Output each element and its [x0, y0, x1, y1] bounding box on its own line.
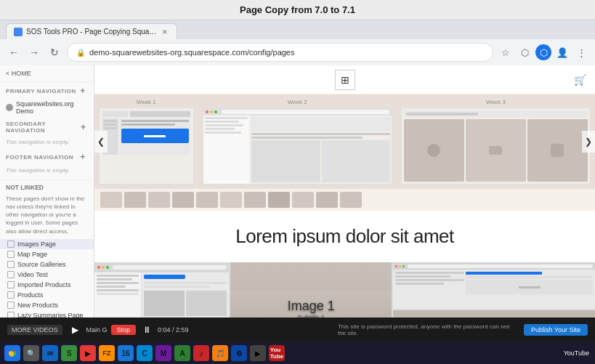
- stop-button[interactable]: Stop: [111, 325, 137, 335]
- taskbar-app-darkblue[interactable]: ⚙: [231, 345, 247, 361]
- taskbar-app-green[interactable]: A: [174, 345, 190, 361]
- sidebar-home-link[interactable]: < HOME: [0, 65, 94, 82]
- sidebar-page-item-lazy[interactable]: Lazy Summaries Page: [0, 310, 94, 318]
- page-label: New Products: [17, 302, 58, 309]
- sidebar-page-item-products[interactable]: Products: [0, 290, 94, 300]
- page-icon: [7, 291, 15, 299]
- screenshot-panel-main: [203, 108, 392, 185]
- taskbar-youtube-label: YouTube: [564, 349, 589, 357]
- week-label: Week 1: [99, 99, 194, 105]
- taskbar-youtube2-icon[interactable]: YouTube: [269, 345, 285, 361]
- tab-close-button[interactable]: ✕: [161, 28, 169, 36]
- taskbar-app-gray[interactable]: ▶: [250, 345, 266, 361]
- taskbar-app-purple[interactable]: M: [155, 345, 171, 361]
- pause-button[interactable]: ⏸: [139, 323, 154, 337]
- hero-middle-panel: Week 2: [198, 94, 397, 189]
- sidebar-page-item-images[interactable]: Images Page: [0, 239, 94, 249]
- taskbar-skype-icon[interactable]: S: [61, 345, 77, 361]
- publish-note: This site is password protected, anyone …: [338, 323, 519, 336]
- thumbnail-item[interactable]: [244, 192, 266, 208]
- thumbnail-item[interactable]: [292, 192, 314, 208]
- sidebar-page-item-new-products[interactable]: New Products: [0, 300, 94, 310]
- page-label: Imported Products: [17, 281, 71, 288]
- thumbnail-item[interactable]: [172, 192, 194, 208]
- domain-item[interactable]: Squarewebsites.org Demo: [0, 98, 94, 117]
- slideshow-next-button[interactable]: ❯: [582, 131, 595, 153]
- not-linked-section: NOT LINKED These pages don't show in the…: [0, 179, 94, 239]
- primary-nav-section: PRIMARY NAVIGATION +: [0, 82, 94, 98]
- taskbar-youtube-icon[interactable]: ▶: [80, 345, 96, 361]
- add-secondary-nav-button[interactable]: +: [78, 122, 88, 132]
- taskbar-chrome-icon[interactable]: [4, 345, 20, 361]
- taskbar-mail-icon[interactable]: ✉: [42, 345, 58, 361]
- page-icon: [7, 271, 15, 278]
- footer-nav-label: FOOTER NAVIGATION: [6, 154, 73, 161]
- hero-left-panel: Week 1: [94, 94, 198, 189]
- footer-nav-empty: This navigation is empty.: [0, 164, 94, 177]
- image-1-title: Image 1: [288, 299, 335, 314]
- sidebar-page-item-source[interactable]: Source Galleries: [0, 259, 94, 270]
- sidebar: < HOME PRIMARY NAVIGATION + Squarewebsit…: [0, 65, 94, 318]
- thumbnail-strip: [94, 189, 595, 211]
- playback-controls: ▶ Main G Stop ⏸ 0:04 / 2:59: [68, 323, 189, 337]
- more-videos-button[interactable]: MORE VIDEOS: [7, 325, 62, 335]
- play-button[interactable]: ▶: [68, 323, 83, 337]
- primary-nav-label: PRIMARY NAVIGATION: [6, 88, 76, 94]
- user-avatar-icon[interactable]: 👤: [554, 44, 570, 60]
- lorem-heading: Lorem ipsum dolor sit amet: [109, 225, 580, 248]
- thumbnail-item[interactable]: [340, 192, 362, 208]
- secondary-nav-label: SECONDARY NAVIGATION: [6, 121, 78, 134]
- page-icon: [7, 302, 15, 309]
- slideshow-prev-button[interactable]: ❮: [94, 131, 108, 153]
- address-text: demo-squarewebsites-org.squarespace.com/…: [89, 48, 295, 57]
- secondary-nav-empty: This navigation is empty.: [0, 136, 94, 148]
- extension-active-icon[interactable]: ⬡: [535, 44, 551, 60]
- screenshot-panel-products: [401, 108, 591, 185]
- time-display: 0:04 / 2:59: [158, 326, 189, 333]
- taskbar-finder-icon[interactable]: 🔍: [23, 345, 39, 361]
- thumbnail-item[interactable]: [148, 192, 170, 208]
- taskbar-chrome2-icon[interactable]: C: [137, 345, 153, 361]
- lorem-section: Lorem ipsum dolor sit amet: [94, 211, 595, 262]
- not-linked-description: These pages don't show in the nav unless…: [6, 195, 88, 235]
- page-icon: [7, 261, 15, 268]
- publish-button[interactable]: Publish Your Site: [524, 324, 588, 336]
- sos-logo-bar: MORE VIDEOS: [7, 325, 62, 335]
- address-bar-row: ← → ↻ 🔒 demo-squarewebsites-org.squaresp…: [0, 39, 595, 65]
- editor-toolbar: ⊞ 🛒: [94, 65, 595, 94]
- page-label: Images Page: [17, 240, 56, 248]
- bottom-bar: MORE VIDEOS ▶ Main G Stop ⏸ 0:04 / 2:59 …: [0, 318, 595, 342]
- address-field[interactable]: 🔒 demo-squarewebsites-org.squarespace.co…: [67, 43, 493, 62]
- add-footer-nav-button[interactable]: +: [78, 152, 88, 162]
- tab-favicon: [14, 28, 23, 36]
- back-button[interactable]: ←: [6, 44, 22, 60]
- screenshot-right: [393, 262, 595, 310]
- page-label: Video Test: [17, 271, 48, 278]
- thumbnail-item[interactable]: [268, 192, 290, 208]
- thumbnail-item[interactable]: [100, 192, 122, 208]
- lock-icon: 🔒: [76, 49, 85, 57]
- main-content: < HOME PRIMARY NAVIGATION + Squarewebsit…: [0, 65, 595, 318]
- site-logo: ⊞: [335, 70, 355, 90]
- sidebar-page-item-map[interactable]: Map Page: [0, 249, 94, 259]
- taskbar-app-red[interactable]: ♪: [193, 345, 209, 361]
- thumbnail-item[interactable]: [316, 192, 338, 208]
- bookmark-star-icon[interactable]: ☆: [498, 44, 514, 60]
- add-primary-nav-button[interactable]: +: [78, 86, 88, 96]
- thumbnail-item[interactable]: [196, 192, 218, 208]
- forward-button[interactable]: →: [26, 44, 42, 60]
- thumbnail-item[interactable]: [220, 192, 242, 208]
- sidebar-page-item-video[interactable]: Video Test: [0, 270, 94, 280]
- cart-icon[interactable]: 🛒: [574, 74, 586, 86]
- sidebar-page-item-imported[interactable]: Imported Products: [0, 280, 94, 290]
- browser-tab[interactable]: SOS Tools PRO - Page Copying Squarespace…: [6, 23, 177, 39]
- menu-dots-icon[interactable]: ⋮: [573, 44, 589, 60]
- taskbar-filezilla-icon[interactable]: FZ: [99, 345, 115, 361]
- reload-button[interactable]: ↻: [46, 44, 62, 60]
- taskbar-app-blue[interactable]: 16: [118, 345, 134, 361]
- screenshot-left: [94, 262, 230, 318]
- thumbnail-item[interactable]: [124, 192, 146, 208]
- taskbar-app-orange[interactable]: 🎵: [212, 345, 228, 361]
- image-grid: Image 1 Subtitle 1: [94, 262, 595, 318]
- extension-puzzle-icon[interactable]: ⬡: [517, 44, 533, 60]
